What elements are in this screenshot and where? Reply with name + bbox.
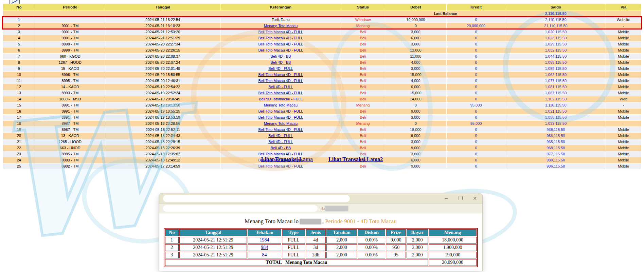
diagonal-pen-icon — [11, 0, 18, 4]
popup-titlebar[interactable]: − ✕ — [159, 193, 482, 203]
keterangan-link[interactable]: Beli 4D - BB — [270, 146, 291, 150]
close-icon[interactable]: ✕ — [472, 196, 478, 201]
cell-periode: 14 - KAOD — [35, 84, 105, 90]
detail-bayar: 2,000 — [407, 252, 428, 258]
cell-kredit: 0 — [447, 54, 506, 59]
cell-tanggal: 2024-05-21 12:51:29 — [105, 35, 220, 41]
column-header-kredit: Kredit — [447, 4, 506, 11]
lihat-transaksi-lama2-link[interactable]: Lihat Transaksi Lama2 — [328, 156, 383, 162]
tebakan-link[interactable]: 84 — [262, 252, 267, 257]
cell-tanggal: 2024-05-21 13:10:23 — [105, 23, 220, 29]
keterangan-link[interactable]: Beli Toto Macau 4D - FULL — [258, 91, 303, 95]
cell-tanggal: 2024-05-18 23:28:56 — [105, 121, 220, 127]
tebakan-link[interactable]: 984 — [261, 245, 268, 250]
keterangan-link[interactable]: Beli Toto Macau 4D - FULL — [258, 115, 303, 119]
maximize-icon[interactable] — [458, 196, 463, 201]
cell-via: Mobile — [606, 90, 641, 96]
cell-saldo: 1,087,115.50 — [506, 90, 606, 96]
tebakan-link[interactable]: 1984 — [260, 237, 269, 242]
cell-keterangan: Beli 4D - BB — [221, 145, 341, 151]
keterangan-link[interactable]: Beli Toto Macau 4D - FULL — [258, 152, 303, 156]
cell-debet: 18,000 — [385, 127, 446, 133]
keterangan-link[interactable]: Beli 4D - FULL — [268, 66, 293, 71]
keterangan-link[interactable]: Beli Toto Macau 4D - FULL — [258, 42, 303, 46]
cell-tanggal: 2024-05-18 22:26:39 — [105, 145, 220, 151]
detail-column-header-taruhan: Taruhan — [326, 229, 357, 236]
cell-keterangan: Beli 4D - FULL — [221, 133, 341, 139]
cell-keterangan: Beli 5D Totomacau - FULL — [221, 96, 341, 102]
minimize-icon[interactable]: − — [444, 196, 449, 201]
keterangan-link[interactable]: Beli Toto Macau 4D - FULL — [258, 128, 303, 132]
table-row: 49001 - TM2024-05-21 12:51:29Beli Toto M… — [3, 35, 641, 41]
keterangan-link[interactable]: Beli Toto Macau 4D - FULL — [258, 73, 303, 77]
keterangan-link[interactable]: Beli Toto Macau 4D - FULL — [258, 79, 303, 83]
cell-saldo: 1,102,115.50 — [506, 96, 606, 102]
cell-saldo: 1,020,115.50 — [506, 29, 606, 35]
cell-kredit: 0 — [447, 78, 506, 84]
cell-tanggal: 2024-05-18 22:52:11 — [105, 127, 220, 133]
cell-debet: 3,000 — [385, 41, 446, 47]
cell-no: 5 — [3, 41, 35, 47]
cell-via: Mobile — [606, 78, 641, 84]
cell-keterangan: Beli Toto Macau 4D - FULL — [221, 29, 341, 35]
cell-status: Menang — [341, 23, 385, 29]
detail-column-header-bayar: Bayar — [407, 229, 428, 236]
keterangan-link[interactable]: Beli Toto Macau 4D - FULL — [258, 30, 303, 34]
keterangan-link[interactable]: Beli 4D - FULL — [268, 85, 293, 89]
cell-periode: 8991 - TM — [35, 109, 105, 114]
address-text: =lo — [320, 207, 325, 211]
cell-tanggal: 2024-05-19 22:54:22 — [105, 84, 220, 90]
cell-no: 6 — [3, 47, 35, 53]
cell-periode: 660 - KGOD — [35, 54, 105, 59]
detail-row: 22024-05-21 12:51:29984FULL3d2,0000.00%9… — [165, 244, 477, 251]
keterangan-link[interactable]: Beli Toto Macau 4D - FULL — [258, 36, 303, 40]
popup-addressbar[interactable]: =lo — [159, 203, 482, 213]
cell-kredit: 0 — [447, 35, 506, 41]
cell-periode: 9001 - TM — [35, 35, 105, 41]
cell-status: Beli — [341, 127, 385, 133]
cell-kredit: 0 — [447, 17, 506, 23]
cell-tanggal: 2024-05-20 15:50:55 — [105, 72, 220, 78]
table-row: 2013 - KAOD2024-05-18 22:34:43Beli 4D - … — [3, 133, 641, 139]
keterangan-link[interactable]: Beli 5D Totomacau - FULL — [259, 97, 303, 101]
detail-total-value: 20,090,000 — [429, 259, 476, 266]
table-row: 68999 - TM2024-05-20 22:26:15Beli Toto M… — [3, 47, 641, 53]
cell-no: 8 — [3, 60, 35, 65]
cell-saldo: 1,032,115.50 — [506, 47, 606, 53]
keterangan-link[interactable]: Beli 4D - BB — [270, 54, 291, 58]
column-header-status: Status — [341, 4, 385, 11]
keterangan-link[interactable]: Beli 4D - BB — [270, 60, 291, 64]
keterangan-link[interactable]: Menang Toto Macau — [264, 121, 298, 125]
cell-debet: 0 — [385, 23, 446, 29]
cell-no: 13 — [3, 90, 35, 96]
cell-kredit: 0 — [447, 60, 506, 65]
total-bold-label: TOTAL — [266, 260, 282, 265]
lihat-transaksi-lama-link[interactable]: Lihat Transaksi Lama — [261, 156, 313, 162]
cell-no: 20 — [3, 133, 35, 139]
cell-status: Beli — [341, 133, 385, 139]
cell-status: Beli — [341, 29, 385, 35]
cell-keterangan: Beli 4D - FULL — [221, 84, 341, 90]
detail-diskon: 0.00% — [358, 237, 385, 244]
keterangan-link[interactable]: Menang Toto Macau — [264, 103, 298, 107]
win-detail-table: NoTanggalTebakanTypeJenisTaruhanDiskonPr… — [164, 228, 478, 267]
keterangan-link[interactable]: Beli Toto Macau 4D - FULL — [258, 164, 303, 168]
cell-saldo: 968,115.50 — [506, 145, 606, 151]
cell-periode: 8993 - TM — [35, 90, 105, 96]
cell-debet: 11,000 — [385, 54, 446, 59]
keterangan-link[interactable]: Beli Toto Macau 4D - FULL — [258, 48, 303, 52]
table-row: 188987 - TM2024-05-18 23:28:56Menang Tot… — [3, 121, 641, 127]
keterangan-link[interactable]: Beli 4D - FULL — [268, 134, 293, 138]
cell-periode: 8991 - TM — [35, 102, 105, 108]
keterangan-link[interactable]: Menang Toto Macau — [264, 24, 298, 28]
keterangan-link[interactable]: Beli Toto Macau 4D - FULL — [258, 109, 303, 113]
detail-tebakan: 1984 — [248, 237, 281, 244]
cell-saldo: 1,077,115.50 — [506, 78, 606, 84]
cell-via: Mobile — [606, 109, 641, 114]
cell-tanggal: 2024-05-20 22:26:15 — [105, 47, 220, 53]
cell-debet: 0 — [385, 102, 446, 108]
cell-periode: 8987 - TM — [35, 127, 105, 133]
detail-column-header-menang: Menang — [429, 229, 476, 236]
keterangan-link[interactable]: Beli 4D - FULL — [268, 140, 293, 144]
cell-tanggal: 2024-05-18 22:29:15 — [105, 139, 220, 145]
